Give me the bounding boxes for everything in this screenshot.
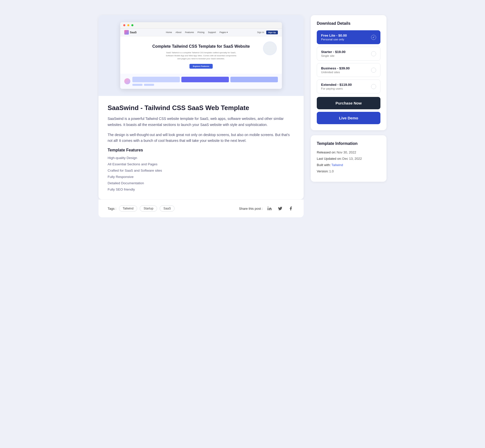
dash-bar-3 <box>230 77 278 82</box>
pricing-business[interactable]: Business - $39.00 Unlimited sites <box>317 63 380 77</box>
version-row: Version: 1.0 <box>317 169 380 173</box>
right-column: Download Details Free Lite - $0.00 Perso… <box>311 15 386 217</box>
hero-description: SaaS Tailwind is a complete Tailwind CSS… <box>166 51 236 60</box>
updated-label: Last Updated on: <box>317 157 342 161</box>
feature-item-3: Crafted for SaaS and Software sites <box>108 169 295 172</box>
feature-item-1: High-quality Design <box>108 156 295 160</box>
check-icon-free: ✓ <box>372 36 375 39</box>
radio-business <box>371 68 376 73</box>
dash-bar-1 <box>132 77 180 82</box>
price-extended-info: Extended - $119.00 For paying users <box>321 83 352 90</box>
product-desc-1: SaaSwind is a powerful Tailwind CSS webs… <box>108 116 295 128</box>
price-business-name: Business - $39.00 <box>321 66 350 70</box>
price-extended-name: Extended - $119.00 <box>321 83 352 87</box>
product-title: SaaSwind - Tailwind CSS SaaS Web Templat… <box>108 104 295 112</box>
price-business-info: Business - $39.00 Unlimited sites <box>321 66 350 74</box>
live-demo-button[interactable]: Live Demo <box>317 112 380 124</box>
hero-blob <box>263 41 277 55</box>
facebook-icon[interactable] <box>287 205 295 212</box>
feature-item-6: Fully SEO friendly <box>108 188 295 191</box>
hero-title: Complete Tailwind CSS Template for SaaS … <box>125 44 277 49</box>
radio-free: ✓ <box>371 35 376 40</box>
browser-dot-red <box>123 24 125 26</box>
released-label: Released on: <box>317 150 336 154</box>
nav-signup: Sign Up <box>266 31 278 34</box>
pricing-extended[interactable]: Extended - $119.00 For paying users <box>317 80 380 93</box>
features-title: Template Features <box>108 148 295 152</box>
svg-rect-0 <box>268 208 269 210</box>
version-label: Version: <box>317 169 329 173</box>
browser-nav: SaaS Home About Features Pricing Support… <box>120 29 282 36</box>
dash-row-1 <box>132 77 278 82</box>
nav-auth: Sign In Sign Up <box>257 31 278 34</box>
browser-bar <box>120 22 282 29</box>
avatar-dash <box>124 78 130 84</box>
feature-list: High-quality Design All Essential Sectio… <box>108 156 295 191</box>
template-info-card: Template Information Released on: Nov 30… <box>311 135 386 182</box>
nav-logo-text: SaaS <box>130 31 137 34</box>
browser-hero: Complete Tailwind CSS Template for SaaS … <box>120 36 282 74</box>
template-info-title: Template Information <box>317 141 380 146</box>
hero-cta-btn[interactable]: Explore Features <box>189 64 213 69</box>
logo-icon <box>124 30 129 35</box>
nav-signin: Sign In <box>257 31 264 34</box>
tag-saas[interactable]: SaaS <box>160 205 175 212</box>
main-card: SaaS Home About Features Pricing Support… <box>99 15 304 199</box>
built-value[interactable]: Tailwind <box>331 163 343 167</box>
dash-row-2 <box>132 84 278 86</box>
tags-label: Tags : <box>108 207 116 210</box>
built-label: Built with: <box>317 163 331 167</box>
dash-bar-2 <box>181 77 229 82</box>
radio-starter <box>371 51 376 56</box>
price-starter-info: Starter - $19.00 Single site <box>321 50 346 57</box>
pricing-free[interactable]: Free Lite - $0.00 Personal use only ✓ <box>317 30 380 44</box>
tags-share-section: Tags : Tailwind Startup SaaS Share this … <box>99 199 304 217</box>
template-info-list: Released on: Nov 30, 2022 Last Updated o… <box>317 150 380 173</box>
feature-item-2: All Essential Sections and Pages <box>108 162 295 166</box>
download-title: Download Details <box>317 21 380 26</box>
feature-item-5: Detailed Documentation <box>108 181 295 185</box>
nav-features: Features <box>185 31 194 34</box>
tags-row: Tags : Tailwind Startup SaaS <box>108 205 175 212</box>
nav-pricing: Pricing <box>198 31 205 34</box>
linkedin-icon[interactable] <box>266 205 273 212</box>
browser-mockup: SaaS Home About Features Pricing Support… <box>120 22 282 89</box>
price-free-name: Free Lite - $0.00 <box>321 34 347 37</box>
page-wrapper: SaaS Home About Features Pricing Support… <box>99 15 386 217</box>
nav-support: Support <box>208 31 216 34</box>
product-desc-2: The design is well-thought-out and will … <box>108 132 295 144</box>
nav-home: Home <box>166 31 172 34</box>
price-free-info: Free Lite - $0.00 Personal use only <box>321 34 347 41</box>
price-free-sub: Personal use only <box>321 38 347 41</box>
browser-dashboard <box>120 74 282 89</box>
feature-item-4: Fully Responsive <box>108 175 295 179</box>
dash-small-1 <box>132 84 142 86</box>
browser-logo: SaaS <box>124 30 137 35</box>
released-row: Released on: Nov 30, 2022 <box>317 150 380 154</box>
browser-dot-yellow <box>127 24 129 26</box>
released-value: Nov 30, 2022 <box>337 150 356 154</box>
price-starter-name: Starter - $19.00 <box>321 50 346 54</box>
updated-value: Dec 13, 2022 <box>342 157 362 161</box>
share-label: Share this post : <box>239 207 263 210</box>
price-business-sub: Unlimited sites <box>321 71 350 74</box>
version-value: 1.0 <box>329 169 334 173</box>
tag-tailwind[interactable]: Tailwind <box>119 205 137 212</box>
price-extended-sub: For paying users <box>321 87 352 90</box>
browser-nav-links: Home About Features Pricing Support Page… <box>166 31 228 34</box>
dash-small-2 <box>144 84 154 86</box>
dash-main <box>132 77 278 86</box>
svg-point-1 <box>268 207 269 207</box>
nav-about: About <box>176 31 182 34</box>
built-row: Built with: Tailwind <box>317 163 380 167</box>
left-column: SaaS Home About Features Pricing Support… <box>99 15 304 217</box>
radio-extended <box>371 84 376 89</box>
share-row: Share this post : <box>239 205 295 212</box>
twitter-icon[interactable] <box>276 205 284 212</box>
purchase-button[interactable]: Purchase Now <box>317 97 380 109</box>
tag-startup[interactable]: Startup <box>140 205 157 212</box>
nav-pages: Pages ▾ <box>220 31 228 34</box>
price-starter-sub: Single site <box>321 54 346 57</box>
pricing-starter[interactable]: Starter - $19.00 Single site <box>317 47 380 61</box>
browser-dot-green <box>131 24 133 26</box>
